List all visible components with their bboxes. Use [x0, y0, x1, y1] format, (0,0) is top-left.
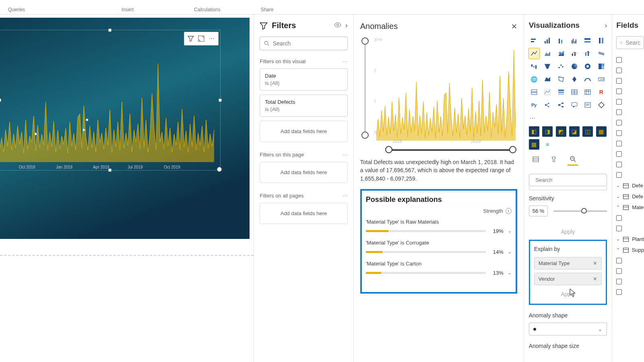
qa-icon[interactable]: [569, 100, 580, 110]
field-row[interactable]: [616, 128, 644, 138]
fields-tab-icon[interactable]: [530, 155, 541, 166]
field-row[interactable]: [616, 170, 644, 180]
y-range-handle-bottom[interactable]: [361, 132, 369, 139]
filled-map-icon[interactable]: [542, 74, 553, 84]
field-row[interactable]: [616, 223, 644, 234]
field-row[interactable]: [616, 276, 644, 287]
info-icon[interactable]: i: [506, 208, 512, 214]
analytics-tab-icon[interactable]: [568, 155, 578, 166]
viz-search[interactable]: [529, 174, 607, 186]
sensitivity-value[interactable]: 56 %: [529, 206, 548, 216]
scatter-icon[interactable]: [556, 61, 566, 72]
apply-button[interactable]: Apply: [534, 288, 602, 300]
custom-visual-icon[interactable]: ◧: [529, 126, 539, 137]
card-icon[interactable]: 123: [596, 74, 607, 84]
line-stacked-icon[interactable]: [582, 48, 593, 59]
area-chart-icon[interactable]: [542, 48, 553, 59]
r-visual-icon[interactable]: R: [596, 87, 607, 97]
time-handle-left[interactable]: [385, 146, 392, 153]
line-column-icon[interactable]: [569, 48, 580, 59]
custom-visual-icon[interactable]: ▩: [529, 139, 539, 150]
field-row[interactable]: [616, 138, 644, 149]
filters-search-input[interactable]: [273, 40, 343, 47]
chevron-down-icon[interactable]: ⌄: [508, 249, 512, 255]
field-row[interactable]: [616, 159, 644, 170]
clustered-column-icon[interactable]: [569, 35, 580, 46]
decomposition-icon[interactable]: [556, 100, 566, 110]
field-table-plant[interactable]: ⌄Plant: [616, 234, 644, 245]
time-range-slider[interactable]: [388, 149, 513, 151]
field-row[interactable]: [616, 117, 644, 128]
apply-button[interactable]: Apply: [529, 224, 607, 240]
field-row[interactable]: [616, 107, 644, 117]
pie-icon[interactable]: [569, 61, 580, 72]
collapse-icon[interactable]: ›: [605, 21, 607, 30]
ribbon-chart-icon[interactable]: [596, 48, 607, 59]
sensitivity-slider[interactable]: [553, 210, 607, 212]
eye-icon[interactable]: [334, 21, 341, 30]
filter-card-date[interactable]: Date is (All): [260, 68, 347, 90]
field-row[interactable]: [616, 149, 644, 159]
close-icon[interactable]: ✕: [511, 22, 517, 31]
field-row[interactable]: [616, 255, 644, 266]
paginated-icon[interactable]: [596, 100, 607, 110]
viz-search-input[interactable]: [535, 177, 603, 183]
field-row[interactable]: [616, 266, 644, 276]
field-row[interactable]: [616, 287, 644, 297]
remove-icon[interactable]: ✕: [593, 260, 597, 266]
line-chart-icon[interactable]: [529, 48, 539, 59]
more-icon[interactable]: ⋯: [343, 58, 348, 64]
anomaly-shape-select[interactable]: ⌄: [529, 323, 607, 335]
explanation-item[interactable]: 'Material Type' is Carton 13%⌄: [366, 261, 512, 276]
field-table-mate[interactable]: ⌃Mate: [616, 202, 644, 213]
field-table-supp[interactable]: ⌃Supp: [616, 245, 644, 255]
filter-card-total-defects[interactable]: Total Defects is (All): [260, 95, 347, 117]
waterfall-icon[interactable]: [529, 61, 539, 72]
explain-field-material-type[interactable]: Material Type ✕: [534, 257, 602, 269]
more-icon[interactable]: ⋯: [343, 193, 348, 199]
explanation-item[interactable]: 'Material Type' is Raw Materials 19%⌄: [366, 219, 512, 234]
field-row[interactable]: [616, 86, 644, 97]
field-row[interactable]: [616, 65, 644, 76]
clustered-bar-icon[interactable]: [542, 35, 553, 46]
donut-icon[interactable]: [582, 61, 593, 72]
multi-card-icon[interactable]: [529, 87, 539, 97]
field-table-defe[interactable]: ⌄Defe: [616, 191, 644, 202]
hundred-bar-icon[interactable]: [582, 35, 593, 46]
selected-visual[interactable]: ⋯ Oct 2018 Jan 2019 Apr 2019 Jul 2019 Oc…: [0, 30, 221, 171]
python-visual-icon[interactable]: Py: [529, 100, 539, 110]
slicer-icon[interactable]: [556, 87, 566, 97]
map-icon[interactable]: 🌐: [529, 74, 539, 84]
remove-icon[interactable]: ✕: [593, 276, 597, 282]
report-canvas[interactable]: ⋯ Oct 2018 Jan 2019 Apr 2019 Jul 2019 Oc…: [0, 14, 254, 256]
gauge-icon[interactable]: [582, 74, 593, 84]
fields-search[interactable]: Searc: [616, 36, 644, 49]
drop-page-filters[interactable]: Add data fields here: [260, 162, 347, 183]
filter-icon[interactable]: [186, 34, 196, 43]
chevron-down-icon[interactable]: ⌄: [508, 228, 512, 234]
treemap-icon[interactable]: [596, 61, 607, 72]
y-range-handle-top[interactable]: [361, 37, 369, 45]
custom-visual-icon[interactable]: ◪: [569, 126, 580, 137]
custom-visual-icon[interactable]: ≡: [542, 139, 553, 150]
field-table-defe[interactable]: ⌄Defe: [616, 180, 644, 191]
more-visuals-icon[interactable]: ⋯: [529, 113, 607, 126]
format-tab-icon[interactable]: [549, 155, 559, 166]
key-influencers-icon[interactable]: [542, 100, 553, 110]
field-row[interactable]: [616, 213, 644, 223]
azure-map-icon[interactable]: [569, 74, 580, 84]
focus-mode-icon[interactable]: [196, 34, 206, 43]
time-handle-right[interactable]: [509, 146, 516, 153]
matrix-icon[interactable]: [582, 87, 593, 97]
stacked-column-icon[interactable]: [556, 35, 566, 46]
more-icon[interactable]: ⋯: [343, 152, 348, 158]
field-row[interactable]: [616, 76, 644, 86]
drop-visual-filters[interactable]: Add data fields here: [260, 121, 347, 142]
collapse-icon[interactable]: ›: [345, 21, 348, 30]
explanation-item[interactable]: 'Material Type' is Corrugate 14%⌄: [366, 240, 512, 255]
field-row[interactable]: [616, 55, 644, 65]
stacked-area-icon[interactable]: [556, 48, 566, 59]
custom-visual-icon[interactable]: ◫: [582, 126, 593, 137]
more-options-icon[interactable]: ⋯: [207, 34, 217, 43]
explain-field-vendor[interactable]: Vendor ✕: [534, 273, 602, 285]
